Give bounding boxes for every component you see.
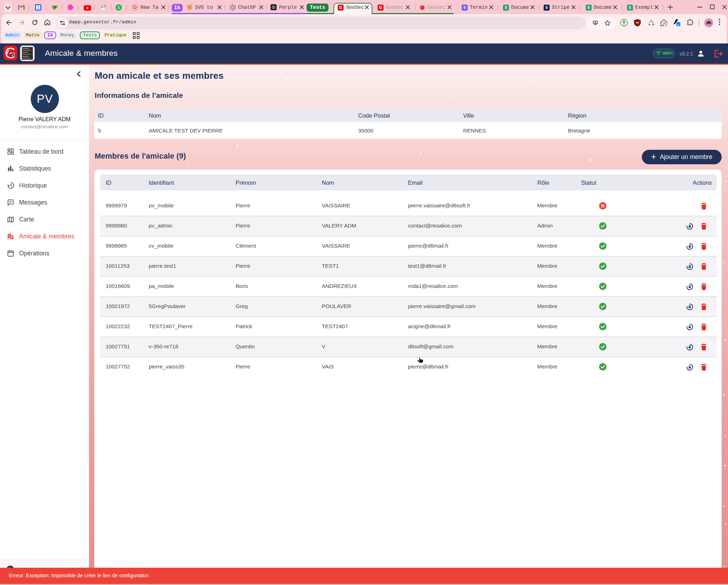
svg-text:1: 1: [37, 6, 39, 10]
svg-text:1: 1: [665, 23, 667, 26]
svg-text:1: 1: [118, 5, 120, 10]
